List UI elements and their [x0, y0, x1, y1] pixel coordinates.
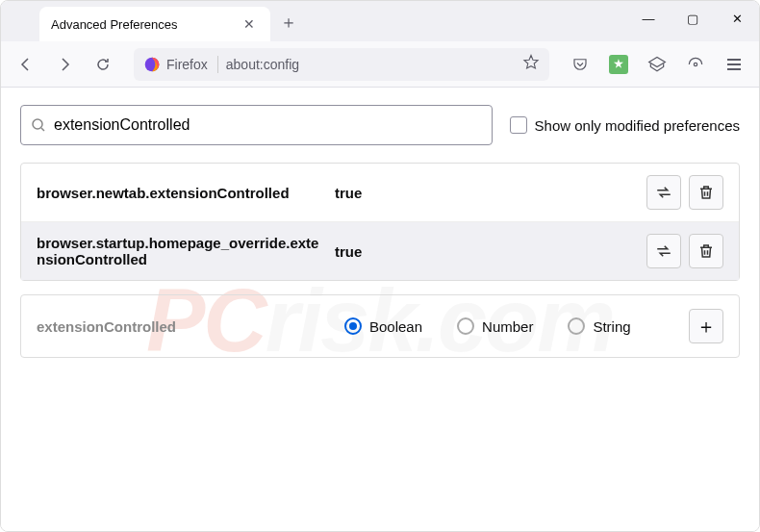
svg-point-2 [33, 119, 42, 129]
toggle-icon [655, 242, 672, 260]
nav-toolbar: Firefox about:config ★ [1, 41, 759, 88]
trash-icon [697, 242, 715, 260]
radio-icon [344, 317, 362, 335]
radio-label: Boolean [369, 318, 422, 335]
identity-box[interactable]: Firefox [143, 56, 218, 73]
trash-icon [697, 184, 715, 201]
toggle-button[interactable] [646, 175, 681, 210]
pocket-icon[interactable] [565, 49, 595, 80]
new-pref-name: extensionControlled [37, 318, 325, 335]
new-pref-row: extensionControlled Boolean Number Strin… [20, 294, 740, 358]
pref-value: true [335, 243, 637, 260]
maximize-button[interactable]: ▢ [671, 1, 715, 36]
radio-icon [457, 317, 474, 335]
svg-point-1 [694, 63, 697, 65]
add-pref-button[interactable]: ＋ [689, 309, 723, 343]
extension-icon[interactable]: ★ [603, 49, 634, 80]
firefox-icon [143, 56, 161, 73]
radio-label: Number [482, 318, 533, 335]
window-controls: — ▢ ✕ [626, 1, 759, 36]
radio-number[interactable]: Number [457, 317, 533, 335]
tab-title: Advanced Preferences [51, 17, 230, 32]
pref-name: browser.startup.homepage_override.extens… [37, 235, 325, 267]
type-radio-group: Boolean Number String [344, 317, 670, 335]
show-modified-checkbox[interactable]: Show only modified preferences [510, 116, 740, 134]
new-tab-button[interactable]: ＋ [270, 3, 307, 41]
titlebar: Advanced Preferences ✕ ＋ — ▢ ✕ [1, 1, 759, 41]
radio-string[interactable]: String [568, 317, 630, 335]
url-text: about:config [226, 57, 515, 72]
menu-button[interactable] [719, 49, 749, 80]
pref-name: browser.newtab.extensionControlled [37, 185, 325, 201]
search-icon [31, 117, 46, 133]
identity-label: Firefox [166, 57, 208, 72]
forward-button[interactable] [49, 49, 80, 80]
pref-actions [646, 175, 723, 210]
pref-row: browser.startup.homepage_override.extens… [21, 222, 739, 280]
delete-button[interactable] [689, 175, 723, 210]
pref-value: true [335, 185, 637, 201]
checkbox-icon[interactable] [510, 116, 527, 134]
search-input[interactable] [54, 116, 482, 134]
radio-icon [568, 317, 585, 335]
pref-actions [646, 234, 723, 268]
account-icon[interactable] [642, 49, 672, 80]
pref-row: browser.newtab.extensionControlled true [21, 164, 739, 222]
url-bar[interactable]: Firefox about:config [134, 48, 549, 81]
radio-label: String [593, 318, 630, 335]
pref-table: browser.newtab.extensionControlled true … [20, 163, 740, 281]
bookmark-star-icon[interactable] [522, 54, 540, 74]
radio-boolean[interactable]: Boolean [344, 317, 422, 335]
search-box[interactable] [20, 105, 493, 145]
toggle-button[interactable] [646, 234, 681, 268]
content-area: PCrisk.com Show only modified preference… [1, 88, 759, 531]
toggle-icon [655, 184, 672, 201]
browser-window: Advanced Preferences ✕ ＋ — ▢ ✕ Firefox a… [0, 0, 760, 532]
search-row: Show only modified preferences [20, 105, 740, 145]
back-button[interactable] [11, 49, 41, 80]
reload-button[interactable] [88, 49, 118, 80]
close-window-button[interactable]: ✕ [715, 1, 759, 36]
close-tab-icon[interactable]: ✕ [240, 14, 259, 34]
delete-button[interactable] [689, 234, 723, 268]
minimize-button[interactable]: — [626, 1, 671, 36]
shield-icon[interactable] [680, 49, 711, 80]
checkbox-label: Show only modified preferences [535, 117, 740, 134]
browser-tab[interactable]: Advanced Preferences ✕ [39, 7, 270, 41]
